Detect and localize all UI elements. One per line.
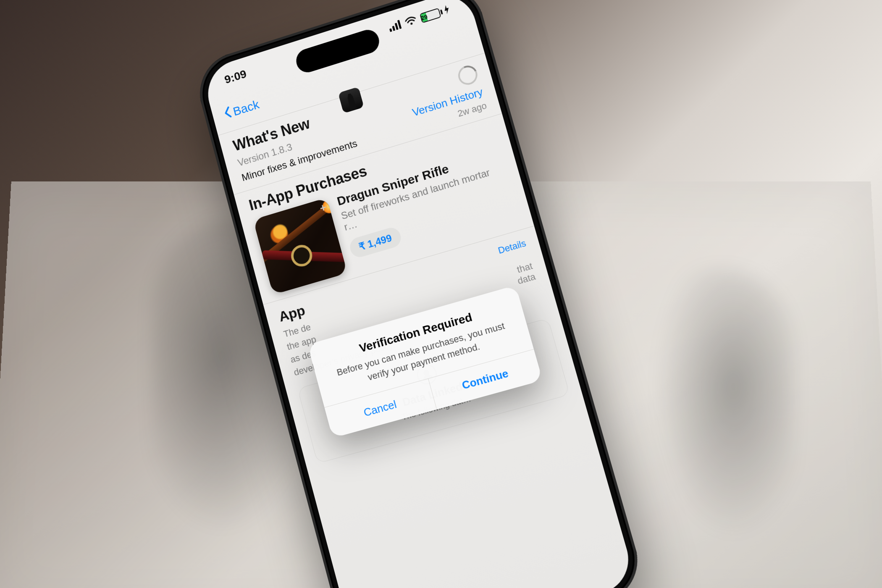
hand-shadow: [643, 269, 794, 563]
photo-scene: 9:09 29: [0, 0, 882, 588]
battery-percentage: 29: [420, 13, 428, 22]
charging-icon: [442, 3, 452, 18]
svg-rect-2: [395, 23, 399, 30]
svg-rect-0: [389, 28, 392, 32]
svg-point-4: [410, 22, 413, 25]
svg-rect-1: [392, 26, 395, 31]
